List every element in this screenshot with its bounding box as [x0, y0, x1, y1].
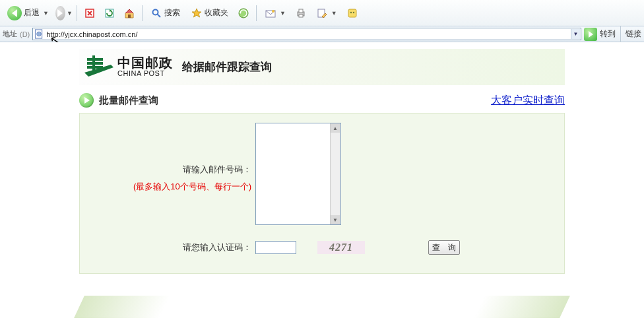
- stop-button[interactable]: [80, 4, 99, 22]
- address-bar: 地址 (D) ▼ 转到 链接: [0, 26, 644, 42]
- mail-icon: [265, 7, 276, 19]
- search-label: 搜索: [164, 7, 180, 18]
- page-title: 给据邮件跟踪查询: [182, 59, 272, 75]
- chinapost-logo: 中国邮政 CHINA POST: [84, 55, 173, 79]
- captcha-row: 请您输入认证码： 4271 查 询: [88, 240, 556, 255]
- page-content: 中国邮政 CHINA POST 给据邮件跟踪查询 批量邮件查询 大客户实时查询 …: [0, 42, 644, 326]
- messenger-icon: [346, 7, 358, 19]
- url-input[interactable]: [32, 28, 581, 40]
- address-dropdown[interactable]: ▼: [571, 29, 580, 39]
- separator: [256, 5, 257, 21]
- mail-button[interactable]: ▼: [260, 4, 290, 22]
- star-icon: [191, 7, 203, 19]
- svg-point-7: [272, 10, 274, 13]
- favorites-label: 收藏夹: [205, 7, 228, 18]
- forward-icon: [55, 6, 65, 20]
- svg-rect-10: [299, 15, 303, 17]
- submit-button[interactable]: 查 询: [428, 240, 460, 255]
- svg-point-14: [353, 11, 354, 13]
- svg-rect-20: [92, 55, 95, 71]
- svg-line-4: [157, 14, 160, 17]
- mailnumber-label: 请输入邮件号码：: [88, 164, 251, 176]
- svg-point-3: [152, 9, 158, 15]
- refresh-icon: [104, 7, 115, 19]
- back-button[interactable]: 后退 ▼: [3, 4, 53, 22]
- chevron-down-icon: ▼: [280, 10, 286, 16]
- separator: [142, 5, 143, 21]
- search-button[interactable]: 搜索: [146, 4, 185, 22]
- scrollbar[interactable]: ▲ ▼: [330, 123, 340, 224]
- logo-icon: [84, 55, 115, 79]
- browser-toolbar: 后退 ▼ ▼ 搜索 收藏夹: [0, 0, 644, 26]
- page-icon: [34, 29, 44, 39]
- refresh-button[interactable]: [100, 4, 119, 22]
- batch-query-heading: 批量邮件查询: [79, 93, 158, 108]
- sub-header: 批量邮件查询 大客户实时查询: [79, 93, 565, 108]
- history-button[interactable]: [234, 4, 253, 22]
- svg-rect-2: [128, 15, 131, 18]
- print-button[interactable]: [292, 4, 310, 22]
- mailnumber-textarea[interactable]: [255, 123, 341, 225]
- mailnumber-row: 请输入邮件号码： (最多输入10个号码、每行一个) ▲ ▼: [88, 123, 556, 227]
- captcha-input[interactable]: [255, 241, 296, 254]
- separator: [77, 5, 77, 21]
- chevron-down-icon: ▼: [331, 10, 337, 16]
- go-label: 转到: [600, 28, 616, 40]
- big-customer-link[interactable]: 大客户实时查询: [491, 94, 565, 108]
- logo-en-text: CHINA POST: [117, 70, 173, 78]
- logo-cn-text: 中国邮政: [117, 56, 173, 70]
- query-form: 请输入邮件号码： (最多输入10个号码、每行一个) ▲ ▼ 请您输入认证码： 4…: [79, 113, 565, 274]
- address-input-wrap: ▼: [32, 28, 581, 40]
- links-label[interactable]: 链接: [626, 28, 641, 40]
- history-icon: [238, 7, 249, 19]
- print-icon: [295, 7, 307, 19]
- forward-button[interactable]: ▼: [55, 4, 73, 22]
- go-button[interactable]: [584, 28, 597, 41]
- decoration: [74, 296, 170, 318]
- messenger-button[interactable]: [343, 4, 362, 22]
- svg-rect-9: [299, 9, 303, 13]
- svg-rect-12: [348, 9, 356, 17]
- search-icon: [150, 7, 162, 19]
- svg-point-13: [350, 11, 352, 13]
- site-header: 中国邮政 CHINA POST 给据邮件跟踪查询: [79, 49, 565, 85]
- mailnumber-hint: (最多输入10个号码、每行一个): [88, 181, 251, 193]
- home-icon: [123, 7, 135, 19]
- arrow-right-icon: [79, 93, 94, 108]
- edit-icon: [316, 7, 328, 19]
- scroll-down-icon[interactable]: ▼: [331, 215, 340, 224]
- back-label: 后退: [24, 7, 40, 18]
- edit-button[interactable]: ▼: [311, 4, 342, 22]
- scroll-up-icon[interactable]: ▲: [331, 123, 340, 133]
- chevron-down-icon: ▼: [43, 10, 49, 16]
- stop-icon: [84, 7, 96, 19]
- separator: [620, 26, 621, 42]
- favorites-button[interactable]: 收藏夹: [186, 4, 233, 22]
- captcha-image: 4271: [317, 241, 365, 254]
- chevron-down-icon: ▼: [67, 10, 73, 16]
- batch-query-label: 批量邮件查询: [99, 94, 158, 107]
- address-shortcut: (D): [20, 30, 30, 38]
- captcha-label: 请您输入认证码：: [88, 242, 251, 253]
- decoration: [474, 296, 570, 318]
- address-label: 地址: [3, 29, 17, 39]
- back-icon: [7, 6, 22, 20]
- home-button[interactable]: [120, 4, 139, 22]
